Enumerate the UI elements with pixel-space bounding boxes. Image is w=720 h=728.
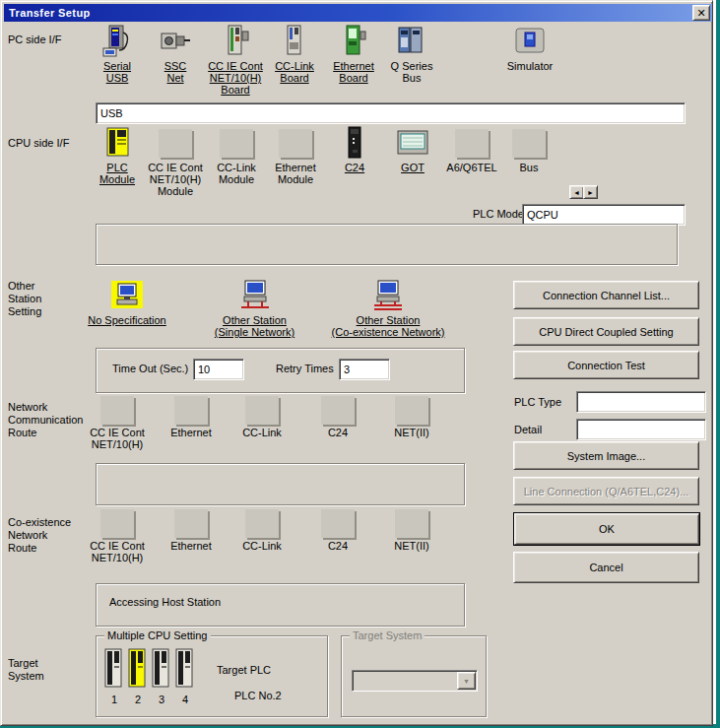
pcif-q-series-bus[interactable]: Q Series Bus (380, 25, 443, 84)
netroute-cc-ie-cont[interactable]: CC IE Cont NET/10(H) (85, 394, 150, 450)
coexroute-cc-link-label: CC-Link (229, 540, 295, 552)
system-image-button[interactable]: System Image... (513, 441, 699, 470)
other-station-no-specification[interactable]: No Specification (78, 279, 176, 326)
cpu-2-number: 2 (128, 694, 148, 705)
pcif-serial-usb[interactable]: Serial USB (88, 25, 147, 84)
ethernet-board-icon (322, 25, 385, 58)
time-out-label: Time Out (Sec.) (112, 363, 188, 375)
plc-mode-input[interactable] (522, 204, 686, 226)
netroute-c24[interactable]: C24 (305, 394, 370, 438)
retry-times-input[interactable] (339, 359, 390, 380)
coexroute-netii[interactable]: NET(II) (379, 507, 444, 552)
cpuif-ethernet-module[interactable]: Ethernet Module (264, 126, 327, 185)
section-label-other-station: Other Station Setting (8, 280, 41, 318)
cpuif-a6q6tel[interactable]: A6/Q6TEL (440, 126, 503, 173)
pcif-ethernet-board[interactable]: Ethernet Board (322, 25, 385, 84)
cpuif-plc-module-label: PLC Module (88, 162, 147, 185)
coexistence-status-panel: Accessing Host Station (96, 583, 465, 627)
cpuif-got[interactable]: GOT (383, 126, 442, 173)
cc-ie-cont-board-icon (202, 25, 269, 58)
pcif-cc-ie-cont-board[interactable]: CC IE Cont NET/10(H) Board (202, 25, 269, 96)
cpuif-c24[interactable]: C24 (325, 126, 384, 173)
coexroute-c24-icon (305, 507, 370, 538)
cpuif-bus[interactable]: Bus (499, 126, 558, 173)
q-series-bus-icon (380, 25, 443, 58)
coexroute-cc-ie-cont[interactable]: CC IE Cont NET/10(H) (85, 507, 150, 563)
netroute-cc-link-label: CC-Link (229, 427, 295, 438)
netroute-ethernet[interactable]: Ethernet (159, 394, 224, 438)
connection-channel-list-button[interactable]: Connection Channel List... (513, 281, 699, 309)
other-station-single-label: Other Station (Single Network) (203, 314, 306, 338)
target-system-title: Target System (350, 629, 425, 642)
coexroute-cc-ie-cont-label: CC IE Cont NET/10(H) (85, 540, 150, 563)
section-label-coexistence-route: Co-existence Network Route (8, 516, 71, 555)
cpuif-bus-label: Bus (499, 162, 558, 173)
pcif-cc-ie-cont-board-label: CC IE Cont NET/10(H) Board (202, 60, 269, 96)
plc-type-field (576, 391, 706, 413)
plc-type-label: PLC Type (514, 396, 561, 409)
cc-ie-cont-module-icon (142, 126, 209, 160)
netroute-netii-icon (379, 394, 444, 425)
cpu-3-number: 3 (152, 694, 171, 705)
simulator-icon (498, 25, 561, 58)
coexroute-cc-ie-cont-icon (85, 507, 150, 538)
other-station-single-network[interactable]: Other Station (Single Network) (203, 279, 306, 338)
detail-label: Detail (514, 424, 542, 436)
netroute-ethernet-label: Ethernet (159, 427, 224, 438)
other-station-single-icon (203, 279, 306, 312)
section-label-pc-side: PC side I/F (8, 33, 61, 46)
cpuif-got-label: GOT (383, 162, 442, 173)
target-system-dropdown[interactable]: ▼ (352, 670, 478, 692)
cpu-3-icon[interactable] (152, 648, 171, 692)
pcif-cc-link-board[interactable]: CC-Link Board (263, 25, 326, 84)
section-label-cpu-side: CPU side I/F (8, 137, 69, 150)
pcif-q-series-bus-label: Q Series Bus (380, 60, 443, 84)
coexroute-cc-link-icon (229, 507, 295, 538)
scroll-right-icon: ► (587, 189, 594, 196)
cpuif-cc-link-module-label: CC-Link Module (205, 162, 268, 185)
retry-times-label: Retry Times (276, 363, 334, 375)
coexroute-ethernet-label: Ethernet (159, 540, 224, 552)
netroute-netii[interactable]: NET(II) (379, 394, 444, 438)
pcif-simulator[interactable]: Simulator (498, 25, 561, 72)
coexroute-c24[interactable]: C24 (305, 507, 370, 552)
coexistence-status-text: Accessing Host Station (109, 596, 221, 609)
title-bar[interactable]: Transfer Setup ✕ (4, 4, 712, 22)
pcif-ssc-net-label: SSC Net (146, 60, 205, 84)
netroute-ethernet-icon (159, 394, 224, 425)
cpu-direct-coupled-setting-button[interactable]: CPU Direct Coupled Setting (513, 317, 699, 346)
scroll-left-button[interactable]: ◄ (569, 185, 584, 199)
section-label-network-route: Network Communication Route (8, 401, 83, 439)
time-out-input[interactable] (193, 359, 244, 380)
bus-icon (499, 126, 558, 160)
dropdown-arrow-icon[interactable]: ▼ (457, 672, 476, 690)
ok-button[interactable]: OK (514, 513, 699, 545)
cpuif-cc-link-module[interactable]: CC-Link Module (205, 126, 268, 185)
cpu-2-icon[interactable] (128, 648, 148, 692)
pcif-cc-link-board-label: CC-Link Board (263, 60, 326, 84)
other-station-coexistence-network[interactable]: Other Station (Co-existence Network) (324, 279, 452, 338)
connection-test-button[interactable]: Connection Test (513, 351, 699, 379)
no-specification-icon (78, 279, 176, 312)
cpu-1-icon[interactable] (104, 648, 124, 692)
cpuif-cc-ie-cont-module[interactable]: CC IE Cont NET/10(H) Module (142, 126, 209, 197)
transfer-setup-dialog: Transfer Setup ✕ PC side I/F CPU side I/… (0, 0, 713, 726)
coexroute-ethernet[interactable]: Ethernet (159, 507, 224, 552)
coexroute-netii-label: NET(II) (379, 540, 444, 552)
pcif-serial-usb-label: Serial USB (88, 60, 147, 84)
cc-link-board-icon (263, 25, 326, 58)
cpu-4-icon[interactable] (175, 648, 195, 692)
cancel-button[interactable]: Cancel (513, 552, 699, 583)
scroll-right-button[interactable]: ► (583, 185, 598, 199)
pcif-ssc-net[interactable]: SSC Net (146, 25, 205, 84)
coexroute-cc-link[interactable]: CC-Link (229, 507, 295, 552)
pc-interface-input[interactable] (96, 102, 686, 124)
cpuif-plc-module[interactable]: PLC Module (88, 126, 147, 185)
scroll-left-icon: ◄ (573, 189, 580, 196)
cpu-1-number: 1 (104, 694, 124, 705)
pcif-simulator-label: Simulator (498, 60, 561, 72)
cpuif-cc-ie-cont-module-label: CC IE Cont NET/10(H) Module (142, 162, 209, 197)
close-button[interactable]: ✕ (692, 5, 710, 21)
cpuif-ethernet-module-label: Ethernet Module (264, 162, 327, 185)
netroute-cc-link[interactable]: CC-Link (229, 394, 295, 438)
